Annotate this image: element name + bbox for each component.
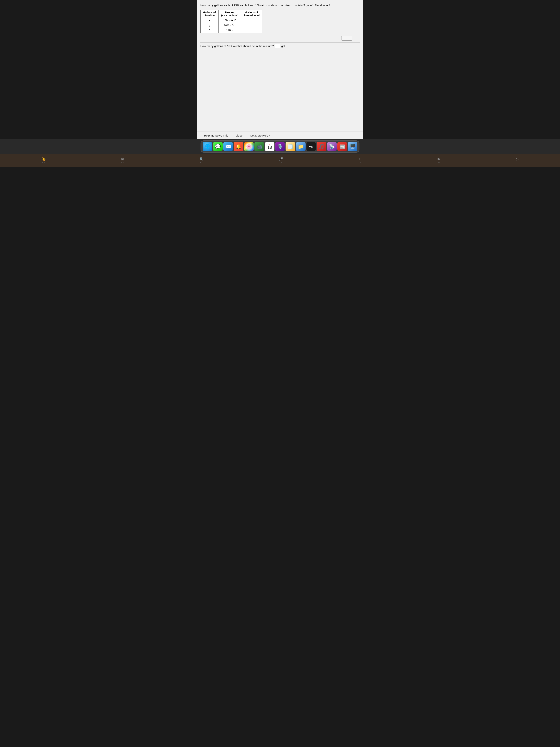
content-area: How many gallons each of 15% alcohol and… xyxy=(197,0,363,132)
cell-row2-col1: y xyxy=(201,23,218,28)
cell-row3-col1: 5 xyxy=(201,28,218,33)
dock-icon-safari[interactable]: 🌐 xyxy=(203,142,212,151)
dock-icon-appletv[interactable]: ✦tv xyxy=(306,142,316,151)
dock-icon-podcasts[interactable]: 🎙️ xyxy=(275,142,285,151)
bottom-bar: Help Me Solve This Video Get More Help xyxy=(197,132,363,139)
brightness-icon: ☀️ xyxy=(42,157,46,161)
dock-icon-monitor[interactable]: 🖥️ xyxy=(348,142,357,151)
cell-row1-col3 xyxy=(241,18,262,23)
calendar-day: 18 xyxy=(267,146,272,150)
video-button[interactable]: Video xyxy=(236,134,243,137)
search-icon: 🔍 xyxy=(199,157,204,161)
question-text: How many gallons of 15% alcohol should b… xyxy=(201,45,274,48)
dock-icon-notification[interactable]: 🔔 xyxy=(234,142,243,151)
play-icon: ▷ xyxy=(516,157,518,161)
key-f4[interactable]: 🔍 F4 xyxy=(199,157,204,164)
podcasts-icon: 🎙️ xyxy=(277,144,283,150)
keyboard-area: ☀️ F2 ⊞ F3 🔍 F4 🎤 F5 ☾ F6 ⏮ F7 ▷ xyxy=(0,154,560,167)
dotted-button[interactable]: ..... xyxy=(341,36,352,41)
problem-text: How many gallons each of 15% alcohol and… xyxy=(201,3,359,7)
dock-container: 🌐 💬 ✉️ 🔔 🌸 📹 OCT 18 🎙️ 🗒️ 📁 xyxy=(0,139,560,154)
mission-control-icon: ⊞ xyxy=(121,157,124,161)
dock-icon-messages[interactable]: 💬 xyxy=(213,142,222,151)
f7-label: F7 xyxy=(437,161,440,163)
table-wrapper: Gallons ofSolution Percent(as a decimal)… xyxy=(201,10,359,33)
dock-icon-files[interactable]: 📁 xyxy=(296,142,305,151)
cell-row1-col2: 15% = 0.15 xyxy=(218,18,241,23)
safari-icon: 🌐 xyxy=(205,144,210,150)
mixture-table: Gallons ofSolution Percent(as a decimal)… xyxy=(201,10,262,33)
key-f2[interactable]: ☀️ F2 xyxy=(42,157,46,164)
mic-icon: 🎤 xyxy=(279,157,283,161)
unit-label: gal xyxy=(281,45,285,48)
f4-label: F4 xyxy=(200,161,203,164)
f6-label: F6 xyxy=(359,161,361,164)
help-me-solve-button[interactable]: Help Me Solve This xyxy=(204,134,228,137)
key-f6[interactable]: ☾ F6 xyxy=(358,157,362,164)
dotted-btn-area: ..... xyxy=(201,36,359,41)
appletv-icon: ✦tv xyxy=(309,145,313,148)
cell-row2-col2: 10% = 0.1 xyxy=(218,23,241,28)
dock-icon-music[interactable]: 🎵 xyxy=(317,142,326,151)
notes-icon: 🗒️ xyxy=(287,144,293,150)
dock-icon-podcast2[interactable]: 📡 xyxy=(327,142,337,151)
answer-input-box[interactable] xyxy=(275,44,280,48)
f5-label: F5 xyxy=(280,161,282,164)
music-icon: 🎵 xyxy=(319,144,324,150)
dock-icon-news[interactable]: 📰 xyxy=(338,142,347,151)
photos-icon: 🌸 xyxy=(246,144,252,150)
f2-label: F2 xyxy=(43,161,45,164)
dock-icon-photos[interactable]: 🌸 xyxy=(244,142,254,151)
news-icon: 📰 xyxy=(339,144,345,150)
key-f3[interactable]: ⊞ F3 xyxy=(121,157,124,164)
dock: 🌐 💬 ✉️ 🔔 🌸 📹 OCT 18 🎙️ 🗒️ 📁 xyxy=(201,140,359,153)
col-header-1: Gallons ofSolution xyxy=(201,10,218,18)
rewind-icon: ⏮ xyxy=(437,157,441,161)
f3-label: F3 xyxy=(121,161,124,164)
cell-row2-col3 xyxy=(241,23,262,28)
question-row: How many gallons of 15% alcohol should b… xyxy=(201,44,359,48)
col-header-2: Percent(as a decimal) xyxy=(218,10,241,18)
key-f7[interactable]: ⏮ F7 xyxy=(437,157,441,164)
cell-row1-col1: x xyxy=(201,18,218,23)
col-header-3: Gallons ofPure Alcohol xyxy=(241,10,262,18)
table-row: y 10% = 0.1 xyxy=(201,23,262,28)
key-play[interactable]: ▷ xyxy=(516,157,518,164)
screen: How many gallons each of 15% alcohol and… xyxy=(197,0,363,139)
monitor-icon: 🖥️ xyxy=(350,144,355,150)
files-icon: 📁 xyxy=(298,144,304,150)
messages-icon: 💬 xyxy=(215,144,221,150)
table-row: 5 12% = xyxy=(201,28,262,33)
dock-icon-mail[interactable]: ✉️ xyxy=(223,142,233,151)
mail-icon: ✉️ xyxy=(225,144,231,150)
dock-icon-facetime[interactable]: 📹 xyxy=(255,142,264,151)
cell-row3-col3 xyxy=(241,28,262,33)
donotdisturb-icon: ☾ xyxy=(358,157,362,161)
get-more-help-button[interactable]: Get More Help xyxy=(250,134,271,137)
dock-icon-notes[interactable]: 🗒️ xyxy=(286,142,295,151)
notification-icon: 🔔 xyxy=(236,144,241,150)
table-row: x 15% = 0.15 xyxy=(201,18,262,23)
facetime-icon: 📹 xyxy=(256,144,262,150)
keyboard-top-row: ☀️ F2 ⊞ F3 🔍 F4 🎤 F5 ☾ F6 ⏮ F7 ▷ xyxy=(0,157,560,164)
empty-workspace xyxy=(201,52,359,130)
podcast2-icon: 📡 xyxy=(329,144,335,150)
key-f5[interactable]: 🎤 F5 xyxy=(279,157,283,164)
dock-icon-calendar[interactable]: OCT 18 xyxy=(265,142,274,151)
cell-row3-col2: 12% = xyxy=(218,28,241,33)
